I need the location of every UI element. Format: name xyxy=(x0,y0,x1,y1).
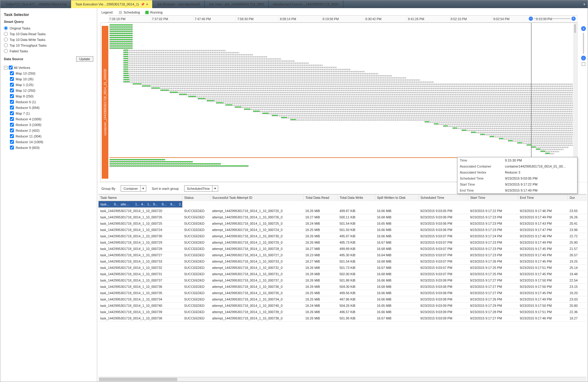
gantt-bar[interactable] xyxy=(123,79,420,81)
gantt-bar[interactable] xyxy=(207,100,573,102)
scrub-minus-icon[interactable]: − xyxy=(529,17,533,21)
table-row[interactable]: task_1442995301718_0014_1_10_000729SUCCE… xyxy=(98,239,586,246)
column-header[interactable]: Dur xyxy=(568,195,586,201)
gantt-bar[interactable] xyxy=(110,29,133,30)
smart-query-option[interactable]: Original Tasks xyxy=(4,25,93,31)
update-button[interactable]: Update xyxy=(76,56,93,62)
zoom-out-icon[interactable]: − xyxy=(581,56,586,60)
column-header[interactable]: Spill Written to Disk xyxy=(375,195,419,201)
gantt-bar[interactable] xyxy=(110,46,133,47)
gantt-bar[interactable] xyxy=(170,92,573,93)
chevron-down-icon[interactable]: ▾ xyxy=(140,186,146,191)
gantt-bar[interactable] xyxy=(110,33,133,34)
gantt-bar[interactable] xyxy=(110,25,133,26)
tree-item[interactable]: Reducer 11 (304) xyxy=(10,133,93,139)
gantt-bar[interactable] xyxy=(110,27,133,28)
tree-item[interactable]: Reducer 9 (603) xyxy=(10,145,93,150)
table-row[interactable]: task_1442995301718_0014_1_10_000730SUCCE… xyxy=(98,233,586,239)
tree-root-checkbox[interactable] xyxy=(9,66,13,69)
table-row[interactable]: task_1442995301718_0014_1_10_000740SUCCE… xyxy=(98,303,586,309)
gantt-bar[interactable] xyxy=(471,132,573,133)
time-scrubber[interactable]: − + xyxy=(529,17,576,21)
tree-checkbox[interactable] xyxy=(10,117,14,121)
gantt-bar[interactable] xyxy=(123,75,392,76)
gantt-bar[interactable] xyxy=(198,98,573,100)
gantt-bar[interactable] xyxy=(123,60,295,62)
table-row[interactable]: task_1442995301718_0014_1_10_000725SUCCE… xyxy=(98,220,586,227)
gantt-bar[interactable] xyxy=(216,103,573,104)
tree-checkbox[interactable] xyxy=(10,77,14,81)
gantt-bar[interactable] xyxy=(110,48,133,49)
table-row[interactable]: task_1442995301718_0014_1_10_000727SUCCE… xyxy=(98,252,586,258)
column-header[interactable]: Status xyxy=(182,195,210,201)
tree-item[interactable]: Map 8 (250) xyxy=(10,93,93,99)
tree-checkbox[interactable] xyxy=(10,83,14,87)
scrub-track[interactable] xyxy=(534,18,570,19)
gantt-bar[interactable] xyxy=(281,117,573,119)
column-header[interactable]: Scheduled Time xyxy=(419,195,468,201)
tree-checkbox[interactable] xyxy=(10,100,14,104)
table-row[interactable]: task_1442995301718_0014_1_10_000732SUCCE… xyxy=(98,265,586,271)
zoom-slider[interactable] xyxy=(583,33,584,54)
gantt-bar[interactable] xyxy=(262,113,573,114)
group-by-select[interactable]: Container ▾ xyxy=(121,185,146,192)
gantt-bar[interactable] xyxy=(179,94,573,95)
table-row[interactable]: task_1442995301718_0014_1_10_000737SUCCE… xyxy=(98,277,586,284)
zoom-in-icon[interactable]: + xyxy=(581,26,586,31)
gantt-bar[interactable] xyxy=(188,96,573,97)
gantt-bar[interactable] xyxy=(531,147,568,148)
column-header[interactable]: Task Name xyxy=(98,195,182,201)
tab[interactable]: Task Execution Vie…2995301718_0014_1)📌× xyxy=(71,0,153,8)
gantt-bar[interactable] xyxy=(123,73,378,74)
gantt-bar[interactable] xyxy=(508,140,573,142)
scrub-plus-icon[interactable]: + xyxy=(571,17,576,21)
radio-input[interactable] xyxy=(4,26,8,30)
gantt-bar[interactable] xyxy=(110,39,133,41)
gantt-bar[interactable] xyxy=(235,107,573,108)
gantt-bar[interactable] xyxy=(110,42,133,43)
smart-query-option[interactable]: Top 10 Throughput Tasks xyxy=(4,42,93,48)
smart-query-option[interactable]: Top 10 Data Read Tasks xyxy=(4,31,93,37)
gantt-bar[interactable] xyxy=(123,67,336,68)
gantt-bar[interactable] xyxy=(434,124,573,125)
gantt-bar[interactable] xyxy=(123,77,406,79)
radio-input[interactable] xyxy=(4,43,8,47)
gantt-bar[interactable] xyxy=(123,50,225,51)
table-row[interactable]: task_1442995301718_0014_1_10_000720SUCCE… xyxy=(98,208,586,214)
zoom-reset-icon[interactable] xyxy=(582,62,585,66)
tree-checkbox[interactable] xyxy=(10,71,14,75)
tree-checkbox[interactable] xyxy=(10,134,14,138)
gantt-bar[interactable] xyxy=(160,90,573,91)
smart-query-option[interactable]: Failed Tasks xyxy=(4,48,93,54)
column-header[interactable]: Start Time xyxy=(468,195,518,201)
gantt-bar[interactable] xyxy=(253,111,573,112)
tree-item[interactable]: Map 13 (250) xyxy=(10,70,93,76)
gantt-bar[interactable] xyxy=(110,166,249,167)
radio-input[interactable] xyxy=(4,38,8,42)
gantt-bar[interactable] xyxy=(272,115,573,116)
tree-item[interactable]: Reducer 6 (1) xyxy=(10,99,93,105)
column-header[interactable]: End Time xyxy=(518,195,568,201)
radio-input[interactable] xyxy=(4,49,8,53)
table-row[interactable]: task_1442995301718_0014_1_10_000726SUCCE… xyxy=(98,214,586,220)
tab[interactable]: HiveServer2 Execut…1442995301718_0031 xyxy=(269,0,343,8)
gantt-bar[interactable] xyxy=(110,31,133,32)
gantt-bar[interactable] xyxy=(453,128,573,129)
gantt-bar[interactable] xyxy=(123,82,434,83)
tree-checkbox[interactable] xyxy=(10,106,14,109)
gantt-bar[interactable] xyxy=(123,65,323,66)
column-header[interactable]: Total Data Write xyxy=(338,195,375,201)
gantt-bar[interactable] xyxy=(480,134,573,135)
gantt-bar[interactable] xyxy=(110,159,165,161)
gantt-bar[interactable] xyxy=(123,71,364,72)
gantt-bar[interactable] xyxy=(110,37,133,39)
tree-checkbox[interactable] xyxy=(10,94,14,98)
tree-collapse-icon[interactable]: − xyxy=(4,66,8,69)
gantt-bar[interactable] xyxy=(110,164,221,165)
radio-input[interactable] xyxy=(4,32,8,36)
sort-select[interactable]: ScheduledTime ▾ xyxy=(184,185,218,192)
tree-checkbox[interactable] xyxy=(10,146,14,149)
tab[interactable]: 7a9bd712-72ce-427…-09d00e76da1d.hql xyxy=(1,0,71,8)
tree-item[interactable]: Map 10 (35) xyxy=(10,76,93,82)
gantt-bar[interactable] xyxy=(462,130,573,131)
